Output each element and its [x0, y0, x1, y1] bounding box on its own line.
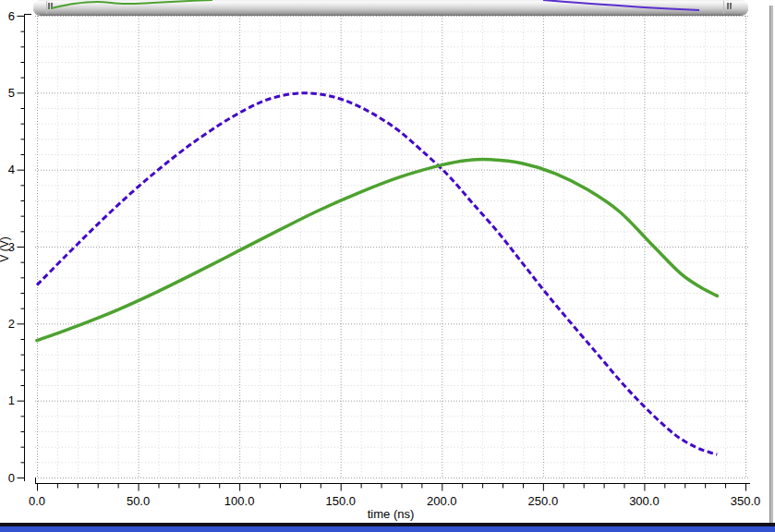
- y-tick-label: 2: [8, 317, 15, 331]
- y-tick-label: 6: [8, 9, 15, 23]
- x-tick-label: 150.0: [325, 494, 356, 508]
- y-tick-label: 0: [8, 471, 15, 485]
- lower-window-title-strip[interactable]: [0, 526, 775, 532]
- grid-major-lines: [35, 16, 750, 478]
- x-tick-label: 100.0: [224, 494, 255, 508]
- x-axis-tick-labels: 0.050.0100.0150.0200.0250.0300.0350.0: [29, 494, 760, 508]
- x-axis-ticks: [38, 484, 746, 491]
- waveform-plot-canvas[interactable]: 01234560.050.0100.0150.0200.0250.0300.03…: [0, 0, 775, 532]
- waveform-viewer-window: 01234560.050.0100.0150.0200.0250.0300.03…: [0, 0, 775, 532]
- y-tick-label: 5: [8, 86, 15, 100]
- x-tick-label: 0.0: [29, 494, 45, 508]
- x-tick-label: 350.0: [731, 494, 761, 508]
- splitter-grip-icon[interactable]: [48, 3, 54, 9]
- axes: [25, 14, 751, 484]
- splitter-grip-icon[interactable]: [727, 3, 733, 9]
- y-tick-label: 4: [8, 163, 15, 176]
- x-tick-label: 200.0: [427, 494, 457, 508]
- splitter-seam: [723, 1, 724, 14]
- x-axis-title: time (ns): [335, 507, 446, 521]
- x-tick-label: 50.0: [127, 494, 150, 508]
- window-right-border: [769, 6, 773, 523]
- y-tick-label: 1: [8, 393, 15, 407]
- x-tick-label: 300.0: [629, 494, 660, 508]
- y-axis-title: V (V): [0, 217, 11, 282]
- splitter-seam: [46, 1, 47, 14]
- y-axis-ticks: [18, 17, 25, 478]
- top-panel-splitter-bar[interactable]: [33, 0, 748, 15]
- x-tick-label: 250.0: [528, 494, 559, 508]
